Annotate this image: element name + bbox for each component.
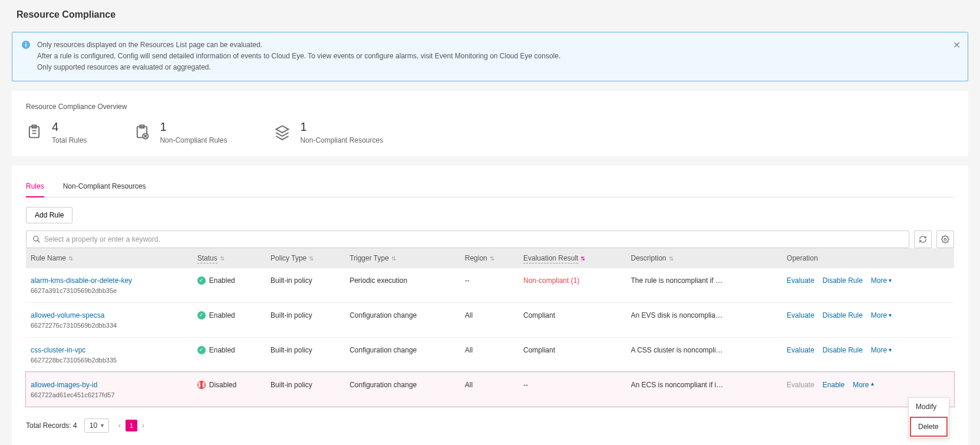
search-box[interactable] — [26, 230, 909, 248]
table-row: allowed-images-by-id662722ad61ec451c6217… — [26, 372, 954, 407]
clipboard-alert-icon — [134, 124, 150, 140]
more-link[interactable]: More▾ — [871, 276, 892, 285]
description: A CSS cluster is noncompliant... — [631, 346, 725, 354]
page-current[interactable]: 1 — [126, 420, 137, 431]
pause-icon: ❚❚ — [197, 381, 206, 389]
main-card: Rules Non-Compliant Resources Add Rule — [12, 166, 968, 445]
trigger-type: Periodic execution — [345, 268, 460, 303]
col-trigger-type[interactable]: Trigger Type⇅ — [345, 248, 460, 268]
page-size-select[interactable]: 10 ▾ — [84, 418, 109, 433]
chevron-down-icon: ▾ — [889, 312, 892, 318]
region: All — [460, 372, 519, 407]
chevron-down-icon: ▾ — [101, 422, 104, 428]
policy-type: Built-in policy — [266, 302, 345, 337]
more-link[interactable]: More▾ — [853, 381, 873, 389]
status-text: Enabled — [209, 276, 235, 285]
chevron-down-icon: ▾ — [889, 277, 892, 284]
stat-value: 4 — [52, 120, 87, 134]
stat-label: Total Rules — [52, 136, 87, 144]
evaluation-result: -- — [519, 372, 626, 407]
rule-id: 66272276c7310569b2dbb334 — [31, 322, 188, 329]
info-line: Only supported resources are evaluated o… — [37, 62, 560, 73]
overview-title: Resource Compliance Overview — [26, 103, 954, 111]
tab-rules[interactable]: Rules — [26, 177, 44, 197]
page-prev[interactable]: ‹ — [116, 419, 123, 432]
info-icon: i — [22, 41, 30, 49]
pagination-total: Total Records: 4 — [26, 421, 77, 430]
refresh-icon — [919, 235, 927, 243]
rule-name-link[interactable]: allowed-volume-specsa — [31, 311, 188, 319]
col-status[interactable]: Status⇅ — [193, 248, 266, 268]
stat-total-rules: 4 Total Rules — [26, 120, 87, 144]
modify-item[interactable]: Modify — [909, 398, 949, 416]
tabs: Rules Non-Compliant Resources — [26, 177, 954, 197]
info-banner-text: Only resources displayed on the Resource… — [37, 39, 560, 74]
rule-name-link[interactable]: allowed-images-by-id — [31, 381, 188, 389]
search-input[interactable] — [44, 235, 903, 243]
stat-label: Non-Compliant Rules — [160, 136, 227, 144]
check-icon: ✓ — [197, 276, 206, 285]
policy-type: Built-in policy — [266, 372, 345, 407]
trigger-type: Configuration change — [345, 337, 460, 372]
table-row: css-cluster-in-vpc6627228bc7310569b2dbb3… — [26, 337, 954, 372]
rules-table: Rule Name⇅ Status⇅ Policy Type⇅ Trigger … — [26, 248, 954, 407]
overview-card: Resource Compliance Overview 4 Total Rul… — [12, 91, 968, 156]
evaluation-result: Non-compliant (1) — [519, 268, 626, 303]
col-rule-name[interactable]: Rule Name⇅ — [26, 248, 193, 268]
rule-name-link[interactable]: alarm-kms-disable-or-delete-key — [31, 276, 188, 285]
stat-noncompliant-rules: 1 Non-Compliant Rules — [134, 120, 227, 144]
disable-rule-link[interactable]: Disable Rule — [823, 311, 863, 319]
stat-value: 1 — [300, 120, 383, 134]
evaluate-link[interactable]: Evaluate — [787, 311, 814, 319]
page-title: Resource Compliance — [17, 9, 968, 20]
description: An EVS disk is noncompliant i... — [631, 311, 725, 319]
col-evaluation-result[interactable]: Evaluation Result⇅ — [519, 248, 626, 268]
evaluation-result: Compliant — [519, 302, 626, 337]
more-link[interactable]: More▾ — [871, 311, 892, 319]
gear-icon — [941, 235, 949, 243]
svg-point-4 — [944, 238, 946, 240]
region: All — [460, 337, 519, 372]
policy-type: Built-in policy — [266, 337, 345, 372]
rule-id: 6627228bc7310569b2dbb335 — [31, 357, 188, 364]
description: The rule is noncompliant if an ... — [631, 276, 725, 285]
col-description[interactable]: Description⇅ — [626, 248, 783, 268]
settings-button[interactable] — [936, 230, 954, 248]
more-link[interactable]: More▾ — [871, 346, 892, 354]
region: All — [460, 302, 519, 337]
close-icon[interactable]: ✕ — [953, 39, 961, 51]
trigger-type: Configuration change — [345, 372, 460, 407]
status-text: Enabled — [209, 311, 235, 319]
layers-icon — [274, 124, 291, 140]
evaluation-result: Compliant — [519, 337, 626, 372]
policy-type: Built-in policy — [266, 268, 345, 303]
clipboard-icon — [26, 124, 42, 140]
refresh-button[interactable] — [914, 230, 932, 248]
page-next[interactable]: › — [140, 419, 147, 432]
trigger-type: Configuration change — [345, 302, 460, 337]
evaluate-link[interactable]: Evaluate — [787, 346, 814, 354]
info-banner: i Only resources displayed on the Resour… — [12, 32, 968, 81]
evaluate-link[interactable]: Evaluate — [787, 276, 814, 285]
col-operation: Operation — [782, 248, 954, 268]
check-icon: ✓ — [197, 346, 206, 354]
disable-rule-link[interactable]: Disable Rule — [823, 346, 863, 354]
col-region[interactable]: Region⇅ — [460, 248, 519, 268]
pagination: Total Records: 4 10 ▾ ‹ 1 › — [26, 418, 954, 433]
more-dropdown: ModifyDelete — [908, 397, 949, 439]
tab-noncompliant-resources[interactable]: Non-Compliant Resources — [63, 177, 146, 197]
rule-name-link[interactable]: css-cluster-in-vpc — [31, 346, 188, 354]
rule-id: 6627a391c7310569b2dbb35e — [31, 287, 188, 294]
disable-rule-link[interactable]: Disable Rule — [823, 276, 863, 285]
add-rule-button[interactable]: Add Rule — [26, 207, 72, 223]
col-policy-type[interactable]: Policy Type⇅ — [266, 248, 345, 268]
description: An ECS is noncompliant if its i... — [631, 381, 725, 389]
enable-link[interactable]: Enable — [823, 381, 844, 389]
chevron-up-icon: ▾ — [871, 381, 874, 388]
table-row: allowed-volume-specsa66272276c7310569b2d… — [26, 302, 954, 337]
svg-point-3 — [34, 236, 38, 240]
table-row: alarm-kms-disable-or-delete-key6627a391c… — [26, 268, 954, 303]
stat-label: Non-Compliant Resources — [300, 136, 383, 144]
delete-item[interactable]: Delete — [910, 417, 948, 437]
status-text: Enabled — [209, 346, 235, 354]
